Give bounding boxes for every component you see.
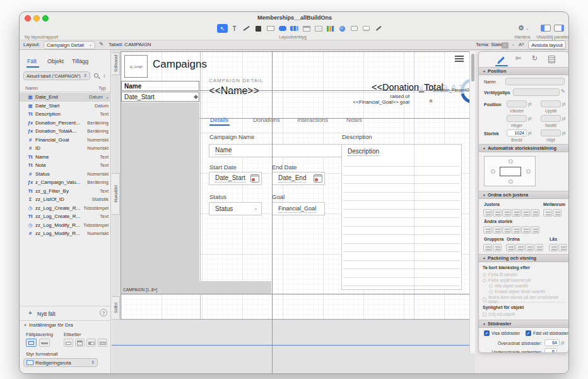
start-date-field[interactable]: Date_Start bbox=[209, 172, 262, 185]
end-date-field[interactable]: Date_End bbox=[272, 172, 325, 185]
field-tool[interactable] bbox=[265, 24, 276, 33]
placement-vertical-button[interactable] bbox=[26, 339, 37, 347]
align-button[interactable] bbox=[521, 209, 530, 217]
unlock-button[interactable] bbox=[558, 244, 567, 251]
tab-addons[interactable]: Tillägg bbox=[72, 58, 88, 64]
field-row[interactable]: #StatusNumeriskt bbox=[20, 170, 111, 179]
align-button[interactable] bbox=[493, 209, 502, 217]
manage-menu[interactable]: ⚙ ⌄ bbox=[518, 24, 529, 32]
tab-interactions[interactable]: Interactions bbox=[297, 116, 328, 123]
field-row[interactable]: ◷zz_Log_Create_R...Tidsstämpel bbox=[20, 204, 111, 213]
theme-grid-icon[interactable] bbox=[502, 42, 509, 49]
hamburger-menu-icon[interactable] bbox=[455, 56, 464, 62]
portal-body-area[interactable] bbox=[121, 102, 199, 281]
placement-horizontal-button[interactable] bbox=[39, 339, 50, 347]
part-tab-header[interactable]: Sidhuvud bbox=[112, 52, 120, 75]
tab-control-tool[interactable] bbox=[301, 24, 312, 33]
vertical-guide[interactable] bbox=[272, 51, 273, 374]
height-input[interactable] bbox=[541, 129, 561, 136]
plus-icon[interactable]: + bbox=[28, 310, 32, 316]
sliding-option[interactable]: Alla objekt ovanför bbox=[489, 284, 528, 288]
field-row[interactable]: TtNoteText bbox=[20, 161, 111, 170]
tooltip-input[interactable] bbox=[513, 88, 560, 96]
format-painter-tool[interactable] bbox=[373, 24, 384, 33]
resize-button[interactable] bbox=[521, 226, 530, 234]
goal-field[interactable]: Financial_Goal bbox=[272, 202, 325, 215]
field-row[interactable]: TtNameText bbox=[20, 153, 111, 162]
status-dropdown-field[interactable]: Status ⌄ bbox=[209, 202, 262, 215]
disclosure-icon[interactable]: ▼ bbox=[23, 323, 27, 327]
chart-tool[interactable] bbox=[325, 24, 336, 33]
section-position-header[interactable]: ▼Position bbox=[479, 67, 568, 75]
popover-tool[interactable] bbox=[349, 24, 360, 33]
tab-fields[interactable]: Fält bbox=[27, 58, 37, 64]
show-grid-checkbox[interactable]: ✓Visa stödraster bbox=[484, 330, 520, 336]
object-name-input[interactable] bbox=[505, 78, 565, 85]
help-button[interactable]: ? bbox=[100, 309, 107, 316]
position-left-input[interactable] bbox=[507, 100, 527, 107]
raised-of-goal-text[interactable]: raised of <<Financial_Goal>> goal bbox=[346, 93, 409, 105]
label-top-button[interactable] bbox=[75, 339, 85, 347]
hide-print-option[interactable]: Dölj vid utskrift bbox=[483, 312, 515, 316]
name-merge-text[interactable]: <<Name>> bbox=[209, 85, 259, 97]
horizontal-guide[interactable] bbox=[121, 90, 471, 91]
anchor-top-toggle[interactable] bbox=[509, 159, 513, 164]
minor-grid-input[interactable]: 6 bbox=[544, 348, 557, 353]
field-row[interactable]: #Financial_GoalNumeriskt bbox=[20, 136, 111, 145]
edit-layout-pencil-icon[interactable]: ✎ bbox=[99, 41, 104, 47]
shape-tool[interactable] bbox=[253, 24, 264, 33]
portal-footer-area[interactable]: CAMPAIGN [1..8+] bbox=[121, 281, 271, 294]
position-right-input[interactable] bbox=[507, 115, 527, 122]
section-grid-header[interactable]: ▼Stödraster bbox=[479, 320, 568, 328]
space-button[interactable] bbox=[553, 209, 562, 217]
anchor-bottom-toggle[interactable] bbox=[509, 179, 513, 184]
resize-button[interactable] bbox=[512, 226, 520, 234]
order-button[interactable] bbox=[515, 244, 524, 251]
description-label[interactable]: Description bbox=[342, 133, 372, 140]
pencil-icon[interactable]: ✎ bbox=[561, 88, 565, 94]
description-field[interactable]: Description bbox=[341, 144, 462, 290]
field-row[interactable]: ◷zz_Log_Modify_R...Tidsstämpel bbox=[20, 221, 111, 230]
formatting-bar-toggle[interactable]: Aᵃ bbox=[519, 42, 524, 47]
space-button[interactable] bbox=[543, 209, 552, 217]
sliding-option[interactable]: Endast objekt direkt ovanför bbox=[489, 289, 546, 294]
field-row[interactable]: Ttzz_g_Filter_ByText bbox=[20, 187, 111, 196]
body-part-boundary[interactable] bbox=[121, 294, 471, 294]
sliding-option[interactable]: Flytta uppåt baserat på: bbox=[483, 278, 531, 282]
list-date-field[interactable]: Date_Start bbox=[121, 92, 199, 102]
anchor-right-toggle[interactable] bbox=[526, 169, 531, 174]
field-row[interactable]: ƒxz_Campaign_Valu...Beräkning bbox=[20, 178, 111, 187]
resize-button[interactable] bbox=[502, 226, 511, 234]
tab-donations[interactable]: Donations bbox=[253, 116, 280, 123]
field-row[interactable]: #zz_Log_Modify_R...Numeriskt bbox=[20, 229, 111, 238]
section-sliding-header[interactable]: ▼Packning och visning bbox=[479, 254, 568, 262]
field-row[interactable]: ƒxDonation_TotalA...Beräkning bbox=[20, 127, 111, 136]
part-tab-body[interactable]: Huvuddel bbox=[112, 173, 120, 215]
align-button[interactable] bbox=[502, 209, 511, 217]
field-row[interactable]: ƒxDonation_Percent...Beräkning bbox=[20, 119, 111, 128]
campaigns-title-text[interactable]: Campaigns bbox=[153, 58, 207, 71]
text-tool[interactable]: T bbox=[229, 24, 240, 33]
status-label[interactable]: Status bbox=[209, 193, 226, 200]
toggle-left-panel-button[interactable] bbox=[541, 25, 551, 32]
calendar-picker-icon[interactable] bbox=[250, 174, 259, 183]
start-date-label[interactable]: Start Date bbox=[209, 164, 237, 171]
order-button[interactable] bbox=[525, 244, 534, 251]
vertical-scrollbar[interactable] bbox=[469, 51, 475, 353]
tab-details[interactable]: Details bbox=[210, 116, 228, 123]
layout-selector[interactable]: Campaign Detail ⌄ bbox=[44, 41, 95, 49]
panel-tool[interactable] bbox=[361, 24, 372, 33]
label-left-button[interactable] bbox=[86, 339, 96, 347]
inspector-tab-appearance[interactable]: ✄ bbox=[515, 54, 521, 63]
tab-notes[interactable]: Notes bbox=[346, 116, 362, 123]
order-button[interactable] bbox=[534, 244, 543, 251]
inspector-tab-position[interactable] bbox=[497, 56, 507, 64]
part-tab-footer[interactable]: Sidfot bbox=[112, 296, 120, 320]
snap-grid-checkbox[interactable]: ✓Fäst vid stödraster bbox=[526, 330, 568, 336]
detail-eyebrow-text[interactable]: CAMPAIGN DETAIL bbox=[209, 78, 264, 83]
lock-button[interactable] bbox=[549, 244, 558, 251]
position-bottom-input[interactable] bbox=[541, 115, 561, 122]
campaign-name-label[interactable]: Campaign Name bbox=[209, 133, 254, 140]
major-grid-input[interactable]: 64 bbox=[544, 339, 560, 346]
scrollbar-thumb[interactable] bbox=[471, 54, 474, 81]
